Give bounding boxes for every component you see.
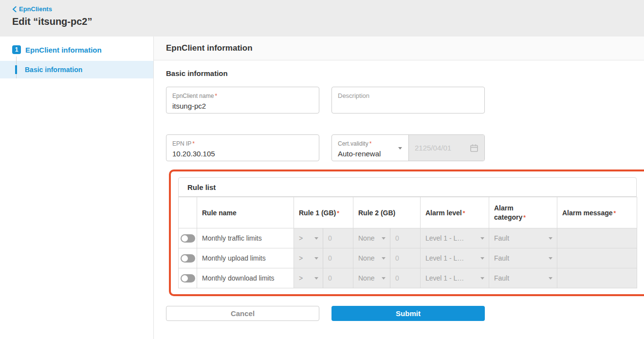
page-header: EpnClients Edit “itsung-pc2”	[0, 0, 644, 37]
rule-name-cell: Monthly traffic limits	[197, 228, 294, 248]
chevron-down-icon	[314, 277, 318, 280]
back-link-label: EpnClients	[19, 5, 52, 13]
section-title: Basic information	[166, 69, 644, 77]
chevron-down-icon	[549, 237, 552, 240]
required-mark: *	[463, 210, 465, 217]
rule2-operator-select[interactable]: None	[353, 228, 390, 248]
chevron-down-icon	[480, 237, 484, 240]
table-row-monthly-download: Monthly download limits > 0 None 0 Level…	[179, 268, 637, 288]
panel-title: EpnClient information	[154, 37, 644, 60]
alarm-level-select[interactable]: Level 1 - L…	[421, 268, 489, 288]
rule2-value-input[interactable]: 0	[390, 228, 420, 248]
page-title: Edit “itsung-pc2”	[12, 16, 644, 27]
alarm-message-input[interactable]	[557, 228, 637, 248]
cancel-button[interactable]: Cancel	[166, 306, 319, 321]
cert-date-input[interactable]: 2125/04/01	[408, 135, 484, 161]
rule-name-cell: Monthly upload limits	[197, 248, 294, 268]
alarm-category-select[interactable]: Fault	[489, 228, 557, 248]
required-mark: *	[337, 210, 339, 217]
active-indicator-bar	[15, 65, 17, 74]
sidebar-item-epnclient-information[interactable]: 1 EpnClient information	[0, 43, 153, 56]
epnclient-name-value: itsung-pc2	[172, 102, 313, 110]
rule1-value-input[interactable]: 0	[323, 268, 353, 288]
epn-ip-value: 10.20.30.105	[172, 150, 313, 158]
column-rule2: Rule 2 (GB)	[353, 197, 421, 228]
epnclient-name-label: EpnClient name	[172, 93, 214, 99]
rule1-operator-select[interactable]: >	[294, 248, 323, 268]
rule1-operator-select[interactable]: >	[294, 268, 323, 288]
required-mark: *	[523, 214, 526, 221]
required-mark: *	[369, 140, 372, 147]
main-panel: EpnClient information Basic information …	[154, 37, 644, 339]
toggle-knob	[182, 235, 188, 242]
toggle-switch[interactable]	[181, 254, 195, 263]
column-alarm-message: Alarm message*	[557, 197, 637, 228]
toggle-switch[interactable]	[181, 274, 195, 282]
stepper-sidebar: 1 EpnClient information Basic informatio…	[0, 37, 154, 339]
alarm-message-input[interactable]	[557, 248, 637, 268]
required-mark: *	[614, 210, 616, 217]
toggle-switch[interactable]	[181, 234, 195, 243]
required-mark: *	[192, 140, 195, 147]
calendar-icon	[470, 144, 478, 152]
chevron-left-icon	[12, 6, 17, 12]
rule2-value-input[interactable]: 0	[390, 248, 420, 268]
column-alarm-level: Alarm level*	[421, 197, 489, 228]
annotation-highlight-box: Rule list Rule name Rule 1 (GB)* Rule 2 …	[169, 170, 644, 296]
chevron-down-icon	[314, 257, 318, 260]
column-rule-name: Rule name	[197, 197, 294, 228]
rule1-value-input[interactable]: 0	[323, 228, 353, 248]
table-row-monthly-upload: Monthly upload limits > 0 None 0 Level 1…	[179, 248, 637, 268]
alarm-level-select[interactable]: Level 1 - L…	[421, 228, 489, 248]
rule2-value-input[interactable]: 0	[390, 268, 420, 288]
cert-validity-select[interactable]: Cert.validity* Auto-renewal	[332, 135, 408, 161]
chevron-down-icon	[382, 277, 386, 280]
toggle-knob	[182, 275, 188, 282]
chevron-down-icon	[480, 277, 484, 280]
required-mark: *	[215, 93, 217, 99]
column-alarm-category: Alarm category*	[489, 197, 557, 228]
rule-name-cell: Monthly download limits	[197, 268, 294, 288]
table-row-monthly-traffic: Monthly traffic limits > 0 None 0 Level …	[179, 228, 637, 248]
alarm-category-select[interactable]: Fault	[489, 268, 557, 288]
alarm-message-input[interactable]	[557, 268, 637, 288]
chevron-down-icon	[382, 257, 386, 260]
chevron-down-icon	[480, 257, 484, 260]
description-placeholder: Description	[338, 92, 478, 99]
sub-item-label: Basic information	[25, 66, 82, 74]
sidebar-item-basic-information[interactable]: Basic information	[0, 61, 153, 78]
back-link[interactable]: EpnClients	[12, 5, 52, 13]
rule1-operator-select[interactable]: >	[294, 228, 323, 248]
rule-list-title: Rule list	[178, 177, 637, 197]
table-header-row: Rule name Rule 1 (GB)* Rule 2 (GB) Alarm…	[179, 197, 637, 228]
rule2-operator-select[interactable]: None	[353, 268, 390, 288]
column-rule1: Rule 1 (GB)*	[294, 197, 353, 228]
rule2-operator-select[interactable]: None	[353, 248, 390, 268]
cert-date-value: 2125/04/01	[415, 144, 451, 152]
chevron-down-icon	[398, 147, 402, 150]
step-label: EpnClient information	[25, 46, 102, 54]
column-toggle	[179, 197, 197, 228]
submit-button[interactable]: Submit	[331, 306, 485, 321]
chevron-down-icon	[549, 277, 552, 280]
alarm-level-select[interactable]: Level 1 - L…	[421, 248, 489, 268]
cert-validity-label: Cert.validity	[338, 140, 368, 147]
chevron-down-icon	[382, 237, 386, 240]
step-number-badge: 1	[12, 45, 21, 54]
cert-validity-value: Auto-renewal	[338, 150, 408, 158]
cert-validity-field: Cert.validity* Auto-renewal 2125/04/01	[331, 134, 485, 161]
description-field[interactable]: Description	[331, 87, 485, 113]
rule1-value-input[interactable]: 0	[323, 248, 353, 268]
epnclient-name-field[interactable]: EpnClient name* itsung-pc2	[166, 87, 319, 113]
toggle-knob	[182, 255, 188, 262]
rule-list-table: Rule name Rule 1 (GB)* Rule 2 (GB) Alarm…	[178, 197, 637, 288]
chevron-down-icon	[549, 257, 552, 260]
epn-ip-label: EPN IP	[172, 140, 191, 147]
epn-ip-field[interactable]: EPN IP* 10.20.30.105	[166, 134, 319, 161]
chevron-down-icon	[314, 237, 318, 240]
alarm-category-select[interactable]: Fault	[489, 248, 557, 268]
